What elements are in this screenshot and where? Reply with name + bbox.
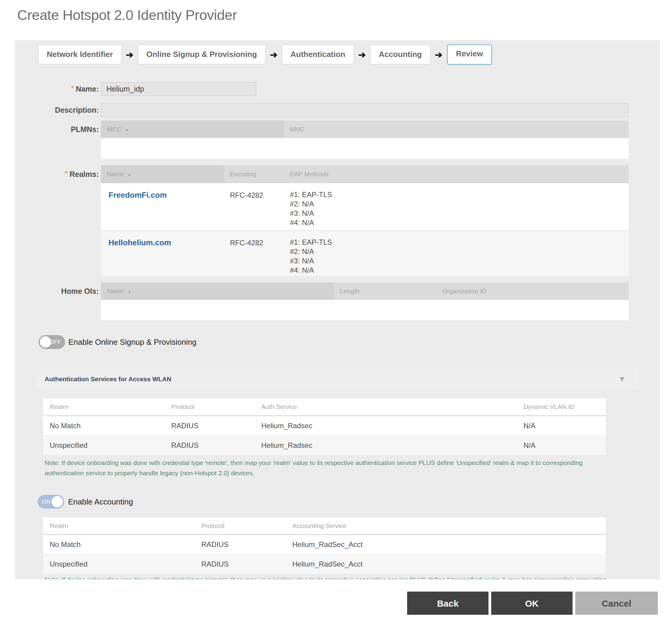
auth-col-auth-service: Auth Service	[261, 399, 297, 415]
acct-col-protocol: Protocol	[201, 517, 224, 534]
realm-encoding: RFC-4282	[230, 239, 263, 247]
accounting-table-row: No Match RADIUS Helium_RadSec_Acct	[43, 535, 606, 554]
realm-eap-methods: #1: EAP-TLS #2: N/A #3: N/A #4: N/A	[290, 190, 332, 227]
plmns-label: PLMNs:	[15, 120, 99, 138]
accounting-table-row: Unspecified RADIUS Helium_RadSec_Acct	[43, 554, 606, 574]
auth-services-section-title: Authentication Services for Access WLAN	[45, 368, 172, 390]
acct-col-realm: Realm	[50, 517, 68, 534]
cancel-button[interactable]: Cancel	[575, 592, 658, 615]
toggle-state-label: OFF	[50, 335, 61, 349]
accounting-note-clipped: Note: If device onboarding was done with…	[45, 576, 617, 579]
accounting-toggle[interactable]: ON	[38, 495, 64, 509]
step-arrow-icon: ➔	[270, 49, 278, 60]
toggle-state-label: ON	[42, 495, 50, 509]
step-arrow-icon: ➔	[358, 49, 366, 60]
plmns-col-mnc[interactable]: MNC	[284, 120, 629, 138]
home-ois-col-name[interactable]: Name ▲	[101, 282, 334, 300]
accounting-toggle-label: Enable Accounting	[68, 495, 133, 509]
home-ois-label: Home OIs:	[15, 282, 99, 300]
auth-services-section-header[interactable]: Authentication Services for Access WLAN …	[36, 368, 639, 390]
name-label: *Name:	[15, 82, 99, 96]
toggle-knob	[51, 496, 63, 508]
required-asterisk: *	[65, 170, 68, 177]
osu-toggle[interactable]: OFF	[39, 335, 65, 349]
collapse-arrow-icon[interactable]: ▼	[618, 368, 626, 390]
step-review[interactable]: Review	[447, 44, 492, 65]
step-accounting[interactable]: Accounting	[370, 45, 430, 64]
plmns-table: MCC ▲ MNC	[101, 120, 629, 159]
step-authentication[interactable]: Authentication	[282, 45, 354, 64]
auth-col-protocol: Protocol	[171, 399, 194, 415]
ok-button[interactable]: OK	[491, 592, 572, 615]
auth-table-header: Realm Protocol Auth Service Dynamic VLAN…	[43, 399, 606, 416]
wizard-panel: Network Identifier ➔ Online Signup & Pro…	[15, 40, 660, 579]
realms-col-name[interactable]: Name ▲	[101, 165, 224, 183]
auth-col-dynamic-vlan-id: Dynamic VLAN ID	[524, 399, 574, 415]
acct-col-accounting-service: Accounting Service	[292, 517, 347, 534]
step-arrow-icon: ➔	[126, 49, 134, 60]
required-asterisk: *	[71, 84, 74, 92]
realm-row-hellohelium[interactable]: Hellohelium.com RFC-4282 #1: EAP-TLS #2:…	[101, 230, 629, 276]
auth-col-realm: Realm	[50, 399, 68, 415]
plmns-table-body	[101, 138, 629, 159]
realm-row-freedomfi[interactable]: FreedomFi.com RFC-4282 #1: EAP-TLS #2: N…	[101, 183, 629, 230]
page-title: Create Hotspot 2.0 Identity Provider	[17, 7, 237, 23]
plmns-col-mcc[interactable]: MCC ▲	[101, 120, 284, 138]
home-ois-col-organization-id[interactable]: Organization ID	[436, 282, 629, 300]
auth-services-table: Realm Protocol Auth Service Dynamic VLAN…	[43, 399, 606, 455]
step-arrow-icon: ➔	[435, 49, 443, 60]
sort-asc-icon: ▲	[125, 127, 129, 132]
description-label: Description:	[15, 103, 99, 117]
realm-name-link[interactable]: Hellohelium.com	[108, 238, 171, 247]
realm-eap-methods: #1: EAP-TLS #2: N/A #3: N/A #4: N/A	[290, 238, 332, 275]
realms-col-encoding[interactable]: Encoding	[224, 165, 284, 183]
home-ois-table: Name ▲ Length Organization ID	[101, 282, 629, 320]
home-ois-table-body	[101, 300, 629, 320]
realms-label: *Realms:	[15, 165, 99, 183]
realm-name-link[interactable]: FreedomFi.com	[108, 191, 167, 200]
description-input[interactable]	[101, 103, 629, 117]
step-network-identifier[interactable]: Network Identifier	[38, 45, 121, 64]
sort-asc-icon: ▲	[128, 172, 131, 177]
step-online-signup-provisioning[interactable]: Online Signup & Provisioning	[138, 45, 266, 64]
wizard-steps: Network Identifier ➔ Online Signup & Pro…	[38, 44, 492, 65]
home-ois-col-length[interactable]: Length	[334, 282, 436, 300]
back-button[interactable]: Back	[407, 592, 489, 615]
osu-toggle-label: Enable Online Signup & Provisioning	[68, 335, 197, 349]
realms-table: Name ▲ Encoding EAP Methods FreedomFi.co…	[101, 165, 629, 276]
accounting-table: Realm Protocol Accounting Service No Mat…	[43, 517, 606, 574]
sort-asc-icon: ▲	[128, 289, 131, 293]
auth-table-row: No Match RADIUS Helium_Radsec N/A	[43, 416, 606, 436]
accounting-table-header: Realm Protocol Accounting Service	[43, 517, 606, 535]
auth-services-note: Note: If device onboarding was done with…	[45, 458, 598, 478]
realms-col-eap-methods[interactable]: EAP Methods	[284, 165, 629, 183]
name-input[interactable]	[101, 82, 256, 96]
auth-table-row: Unspecified RADIUS Helium_Radsec N/A	[43, 436, 606, 455]
realm-encoding: RFC-4282	[230, 191, 263, 200]
